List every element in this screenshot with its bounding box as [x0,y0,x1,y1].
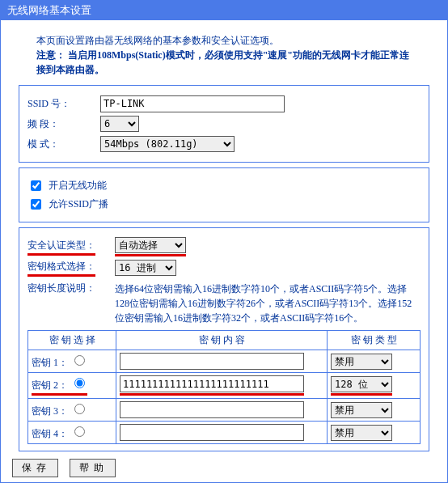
intro-block: 本页面设置路由器无线网络的基本参数和安全认证选项。 注意： 当启用108Mbps… [36,33,412,77]
warning-text: 当启用108Mbps(Static)模式时，必须使用支持"速展"功能的无线网卡才… [36,49,409,75]
window-title: 无线网络基本设置 [1,1,447,20]
band-label: 频 段： [27,117,100,131]
key-length-label: 密钥长度说明： [27,282,115,325]
key4-label: 密钥 4： [32,428,68,439]
key1-label: 密钥 1： [32,357,68,368]
enable-wireless-checkbox[interactable] [31,180,41,191]
key1-type-select[interactable]: 禁用 [331,354,392,370]
basic-panel: SSID 号： 频 段： 6 模 式： 54Mbps (802.11g) [19,85,429,163]
key3-radio[interactable] [74,404,85,414]
table-row: 密钥 2： 128 位 [28,373,421,399]
key3-type-select[interactable]: 禁用 [331,402,392,418]
intro-text: 本页面设置路由器无线网络的基本参数和安全认证选项。 [36,33,412,48]
auth-type-wrap: 自动选择 [115,237,186,256]
allow-ssid-broadcast-checkbox[interactable] [31,199,41,210]
table-row: 密钥 4： 禁用 [28,422,421,444]
hdr-key-content: 密 钥 内 容 [116,331,328,350]
ssid-label: SSID 号： [27,97,100,111]
allow-ssid-broadcast-label: 允许SSID广播 [49,197,108,211]
enable-wireless-label: 开启无线功能 [49,179,107,193]
key1-input[interactable] [120,353,304,370]
security-panel: 安全认证类型： 自动选择 密钥格式选择： 16 进制 密钥长度说明： 选择6 [19,227,429,451]
key-format-select[interactable]: 16 进制 [115,260,176,276]
key-length-desc-row: 密钥长度说明： 选择64位密钥需输入16进制数字符10个，或者ASCII码字符5… [27,282,421,325]
key-length-desc: 选择64位密钥需输入16进制数字符10个，或者ASCII码字符5个。选择128位… [115,282,421,325]
table-row: 密钥 3： 禁用 [28,399,421,422]
table-row: 密钥 1： 禁用 [28,350,421,373]
toggle-panel: 开启无线功能 允许SSID广播 [19,167,429,222]
key2-radio[interactable] [74,378,85,388]
mode-select[interactable]: 54Mbps (802.11g) [100,136,235,152]
auth-type-label: 安全认证类型： [27,239,115,256]
hdr-key-select: 密 钥 选 择 [28,331,116,350]
save-button[interactable]: 保存 [12,459,58,477]
key3-label: 密钥 3： [32,405,68,417]
key-table-header: 密 钥 选 择 密 钥 内 容 密 钥 类 型 [28,331,421,350]
ssid-input[interactable] [100,95,285,112]
key2-label: 密钥 2： [32,379,68,391]
band-select[interactable]: 6 [100,116,139,132]
key-format-label: 密钥格式选择： [27,260,115,277]
intro-warning: 注意： 当启用108Mbps(Static)模式时，必须使用支持"速展"功能的无… [36,48,412,77]
hdr-key-type: 密 钥 类 型 [328,331,421,350]
key-table: 密 钥 选 择 密 钥 内 容 密 钥 类 型 密钥 1： 禁用 密钥 2： 1… [27,330,421,444]
help-button[interactable]: 帮助 [70,459,116,477]
key4-input[interactable] [120,424,304,441]
key2-type-select[interactable]: 128 位 [331,376,392,392]
auth-type-select[interactable]: 自动选择 [115,237,186,253]
content-area: 本页面设置路由器无线网络的基本参数和安全认证选项。 注意： 当启用108Mbps… [1,20,447,463]
warning-label: 注意： [36,49,66,61]
key2-input[interactable] [120,375,304,392]
key4-radio[interactable] [74,426,85,437]
key4-type-select[interactable]: 禁用 [331,425,392,441]
settings-window: 无线网络基本设置 本页面设置路由器无线网络的基本参数和安全认证选项。 注意： 当… [0,0,448,483]
key1-radio[interactable] [74,355,85,366]
mode-label: 模 式： [27,138,100,151]
button-row: 保存 帮助 [12,459,116,477]
key3-input[interactable] [120,401,304,418]
